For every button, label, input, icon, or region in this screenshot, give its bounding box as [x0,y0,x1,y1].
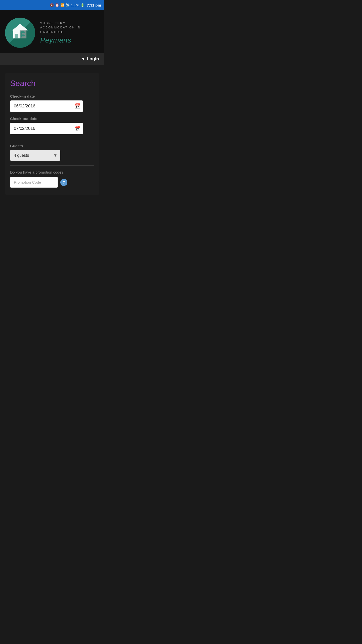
divider-1 [10,139,94,139]
promo-help-button[interactable]: ? [60,179,67,186]
promo-section: Do you have a promotion code? ? [10,170,94,188]
guests-select[interactable]: 1 guest 2 guests 3 guests 4 guests 5 gue… [10,150,60,161]
alarm-icon: ⏰ [55,3,59,7]
checkin-label: Check-in date [10,94,94,98]
checkin-calendar-icon: 📅 [74,103,80,109]
login-label: Login [87,56,99,62]
login-chevron-icon: ▼ [81,57,85,61]
guests-select-wrapper: 1 guest 2 guests 3 guests 4 guests 5 gue… [10,150,60,161]
promo-code-input[interactable] [10,177,58,188]
app-header: SHORT TERMACCOMMODATION INCAMBRIDGE Peym… [0,10,104,53]
divider-2 [10,165,94,166]
status-time: 7:31 pm [87,3,101,7]
search-card: Search Check-in date 📅 Check-out date 📅 … [5,73,99,195]
guests-label: Guests [10,144,94,148]
battery-icon: 🔋 [80,3,84,7]
login-button[interactable]: ▼ Login [81,56,99,62]
svg-marker-0 [12,24,28,30]
checkout-group: Check-out date 📅 [10,116,94,134]
checkout-calendar-icon: 📅 [74,126,80,132]
checkin-group: Check-in date 📅 [10,94,94,112]
checkin-input-wrapper: 📅 [10,100,83,112]
svg-rect-4 [21,31,25,33]
search-title: Search [10,79,94,88]
wifi-icon: 📶 [60,3,64,7]
brand-name: Peymans [40,36,81,44]
main-content: Search Check-in date 📅 Check-out date 📅 … [0,65,104,203]
checkout-input[interactable] [10,123,83,134]
mute-icon: 🔇 [50,3,54,7]
checkout-input-wrapper: 📅 [10,123,83,134]
login-bar: ▼ Login [0,53,104,65]
signal-icon: 📡 [66,3,70,7]
checkout-label: Check-out date [10,116,94,121]
help-icon-label: ? [63,180,65,184]
promo-input-row: ? [10,177,94,188]
promo-question: Do you have a promotion code? [10,170,94,174]
battery-percent: 100% [71,3,79,7]
status-bar: 🔇 ⏰ 📶 📡 100% 🔋 7:31 pm [0,0,104,10]
checkin-input[interactable] [10,100,83,112]
svg-rect-5 [21,34,25,36]
status-icons: 🔇 ⏰ 📶 📡 100% 🔋 7:31 pm [50,3,101,7]
logo-circle [5,18,35,48]
brand-info: SHORT TERMACCOMMODATION INCAMBRIDGE Peym… [40,21,81,45]
brand-subtitle: SHORT TERMACCOMMODATION INCAMBRIDGE [40,21,81,34]
guests-group: Guests 1 guest 2 guests 3 guests 4 guest… [10,144,94,161]
logo-svg [9,21,31,44]
svg-rect-6 [15,34,18,38]
